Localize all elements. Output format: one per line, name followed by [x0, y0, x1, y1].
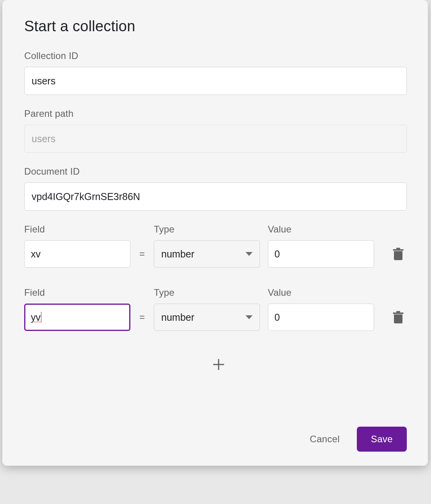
- field-type-label: Type: [154, 224, 260, 235]
- dialog-title: Start a collection: [24, 18, 407, 35]
- field-type-label: Type: [154, 287, 260, 298]
- parent-path-input: [24, 125, 407, 153]
- trash-icon: [392, 311, 404, 324]
- document-id-input[interactable]: [24, 182, 407, 211]
- dialog-actions: Cancel Save: [24, 427, 407, 452]
- parent-path-label: Parent path: [24, 108, 407, 119]
- field-row: Field = Type number Value: [24, 224, 407, 268]
- save-button[interactable]: Save: [357, 427, 407, 452]
- collection-id-group: Collection ID: [24, 50, 407, 95]
- trash-icon: [392, 247, 404, 261]
- field-type-value: number: [161, 248, 194, 260]
- collection-id-input[interactable]: [24, 67, 407, 95]
- field-value-label: Value: [268, 224, 374, 235]
- field-type-value: number: [161, 312, 194, 323]
- text-caret: [41, 312, 41, 323]
- parent-path-group: Parent path: [24, 108, 407, 153]
- field-name-input[interactable]: [24, 240, 130, 268]
- field-value-input[interactable]: [268, 240, 374, 268]
- collection-id-label: Collection ID: [24, 50, 407, 61]
- equals-sign: =: [138, 240, 146, 268]
- field-row: Field yv = Type number Value: [24, 287, 407, 331]
- field-type-select[interactable]: number: [154, 240, 260, 268]
- field-value-label: Value: [268, 287, 374, 298]
- chevron-down-icon: [246, 315, 253, 319]
- delete-field-button[interactable]: [390, 308, 406, 326]
- field-value-input[interactable]: [268, 304, 374, 331]
- delete-field-button[interactable]: [390, 245, 406, 263]
- field-name-input[interactable]: yv: [24, 304, 130, 331]
- cancel-button[interactable]: Cancel: [305, 428, 345, 450]
- start-collection-dialog: Start a collection Collection ID Parent …: [2, 0, 428, 466]
- field-name-label: Field: [24, 287, 130, 298]
- field-name-label: Field: [24, 224, 130, 235]
- equals-sign: =: [138, 304, 146, 331]
- plus-icon: [212, 357, 226, 372]
- document-id-group: Document ID: [24, 166, 407, 211]
- document-id-label: Document ID: [24, 166, 407, 177]
- add-field-button[interactable]: [30, 354, 407, 376]
- field-type-select[interactable]: number: [154, 304, 260, 331]
- chevron-down-icon: [246, 252, 253, 256]
